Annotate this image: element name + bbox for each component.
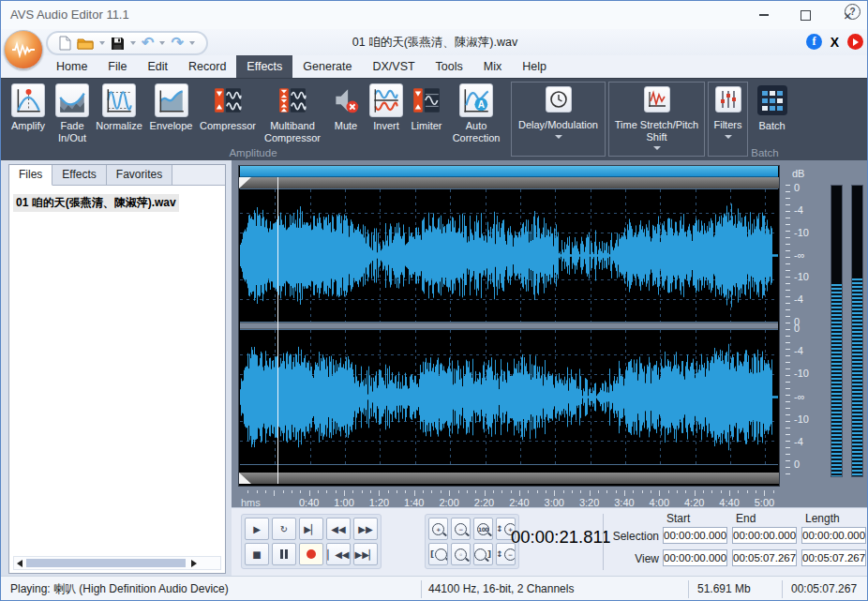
open-file-dropdown[interactable] xyxy=(99,41,105,45)
delay-modulation-button[interactable]: Delay/Modulation xyxy=(511,82,606,157)
redo-button[interactable]: ↷ xyxy=(171,36,183,51)
timeline-tick xyxy=(388,490,389,493)
selection-length-field[interactable] xyxy=(801,527,866,544)
panel-tab-files[interactable]: Files xyxy=(9,165,52,186)
ribbon-item-label: Normalize xyxy=(96,120,142,132)
multiband-compressor-button[interactable]: Multiband Compressor xyxy=(259,82,326,143)
current-file-name: 01 咱的天(張燕清、陳淑萍).wav xyxy=(263,29,606,55)
db-label: -10 xyxy=(794,271,809,282)
ribbon-item-label: Compressor xyxy=(200,120,256,132)
batch-button[interactable]: Batch xyxy=(751,82,793,132)
scroll-left-arrow-icon[interactable] xyxy=(17,560,22,567)
zoom-in-button[interactable]: + xyxy=(428,518,448,540)
tab-home[interactable]: Home xyxy=(46,55,97,78)
go-to-end-button[interactable]: ▶▶▏ xyxy=(353,543,378,565)
timeline-tick xyxy=(633,490,634,493)
limiter-button[interactable]: Limiter xyxy=(407,82,446,132)
playback-controls: ▶↻▶▏◀◀▶▶■▏◀◀▶▶▏ xyxy=(241,514,382,569)
new-file-button[interactable] xyxy=(59,36,71,51)
tab-edit[interactable]: Edit xyxy=(138,55,179,78)
db-label: -∞ xyxy=(794,391,805,402)
tab-dxvst[interactable]: DX/VST xyxy=(362,55,425,78)
tab-tools[interactable]: Tools xyxy=(426,55,473,78)
view-length-field[interactable] xyxy=(801,549,866,566)
timeline-tick xyxy=(300,490,301,493)
fade-inout-button[interactable]: Fade In/Out xyxy=(52,82,93,143)
save-dropdown[interactable] xyxy=(130,41,136,45)
position-strip-top[interactable] xyxy=(239,177,779,188)
youtube-icon[interactable] xyxy=(847,34,863,50)
mute-button[interactable]: Mute xyxy=(326,82,366,132)
zoom-100-button[interactable]: 100 xyxy=(473,518,493,540)
position-strip-bottom[interactable] xyxy=(239,473,779,484)
tab-generate[interactable]: Generate xyxy=(292,55,362,78)
stop-button[interactable]: ■ xyxy=(245,543,269,565)
scrollbar-thumb[interactable] xyxy=(26,559,186,567)
rewind-button[interactable]: ◀◀ xyxy=(326,518,351,540)
timeline-tick xyxy=(475,490,476,493)
tab-file[interactable]: File xyxy=(97,55,137,78)
file-list-horizontal-scrollbar[interactable] xyxy=(13,556,221,570)
zoom-to-selection-end-button[interactable]: ] xyxy=(473,543,493,565)
timeline-tick xyxy=(326,490,327,493)
auto-correction-button[interactable]: A Auto Correction xyxy=(446,82,506,143)
normalize-button[interactable]: Normalize xyxy=(93,82,145,132)
minimize-button[interactable] xyxy=(742,1,785,29)
quick-access-group: ↶ ↷ xyxy=(46,31,208,55)
zoom-to-selection-button[interactable]: ◦ xyxy=(451,543,471,565)
open-file-button[interactable] xyxy=(77,37,94,50)
ribbon-item-label: Auto Correction xyxy=(446,120,506,143)
tab-help[interactable]: Help xyxy=(512,55,557,78)
timeline-tick xyxy=(405,490,406,493)
waveform-overview-bar[interactable] xyxy=(240,166,778,177)
maximize-icon xyxy=(801,10,811,21)
amplify-button[interactable]: Amplify xyxy=(5,82,52,132)
view-start-field[interactable] xyxy=(663,549,727,566)
timeline-tick xyxy=(756,490,756,493)
db-label: 0 xyxy=(794,323,800,334)
app-logo[interactable] xyxy=(4,30,43,69)
view-end-field[interactable] xyxy=(732,549,797,566)
selection-start-field[interactable] xyxy=(663,527,727,544)
play-looped-button[interactable]: ↻ xyxy=(272,518,296,540)
panel-tab-favorites[interactable]: Favorites xyxy=(107,165,172,185)
facebook-icon[interactable]: f xyxy=(806,34,822,50)
maximize-button[interactable] xyxy=(785,1,827,29)
fast-forward-button[interactable]: ▶▶ xyxy=(353,518,378,540)
play-button[interactable]: ▶ xyxy=(245,518,269,540)
timeline-tick xyxy=(441,490,441,493)
svg-text:A: A xyxy=(478,99,486,110)
timeline-tick xyxy=(729,490,730,496)
selection-end-field[interactable] xyxy=(732,527,797,544)
tab-mix[interactable]: Mix xyxy=(473,55,512,78)
envelope-button[interactable]: Envelope xyxy=(145,82,197,132)
db-label: -10 xyxy=(794,413,809,425)
zoom-out-button[interactable]: − xyxy=(451,518,471,540)
panel-tab-effects[interactable]: Effects xyxy=(52,165,106,185)
timeline-tick xyxy=(580,490,581,493)
compressor-button[interactable]: Compressor xyxy=(197,82,259,132)
file-list-item[interactable]: 01 咱的天(張燕清、陳淑萍).wav xyxy=(13,194,179,212)
time-stretch-pitch-shift-button[interactable]: Time Stretch/Pitch Shift xyxy=(608,82,705,157)
scroll-right-arrow-icon[interactable] xyxy=(191,560,197,567)
help-button[interactable]: ? xyxy=(845,4,861,20)
go-to-start-button[interactable]: ▏◀◀ xyxy=(326,543,351,565)
minimize-icon xyxy=(759,14,769,15)
x-twitter-icon[interactable]: X xyxy=(827,34,843,50)
timeline-tick xyxy=(616,490,617,493)
waveform-canvas[interactable] xyxy=(240,188,778,473)
redo-dropdown[interactable] xyxy=(189,41,195,45)
play-file-button[interactable]: ▶▏ xyxy=(299,518,323,540)
pause-button[interactable] xyxy=(272,543,296,565)
invert-button[interactable]: Invert xyxy=(366,82,407,132)
tab-effects[interactable]: Effects xyxy=(236,55,292,78)
waveform-panel: hms 0:401:001:201:402:002:202:403:003:20… xyxy=(232,160,868,507)
record-button[interactable] xyxy=(299,543,323,565)
tab-record[interactable]: Record xyxy=(178,55,236,78)
undo-button[interactable]: ↶ xyxy=(142,36,154,51)
zoom-to-selection-start-button[interactable]: [ xyxy=(428,543,448,565)
playhead-cursor[interactable] xyxy=(277,177,278,484)
undo-dropdown[interactable] xyxy=(159,41,165,45)
save-button[interactable] xyxy=(111,37,125,51)
filters-button[interactable]: Filters xyxy=(708,82,748,157)
